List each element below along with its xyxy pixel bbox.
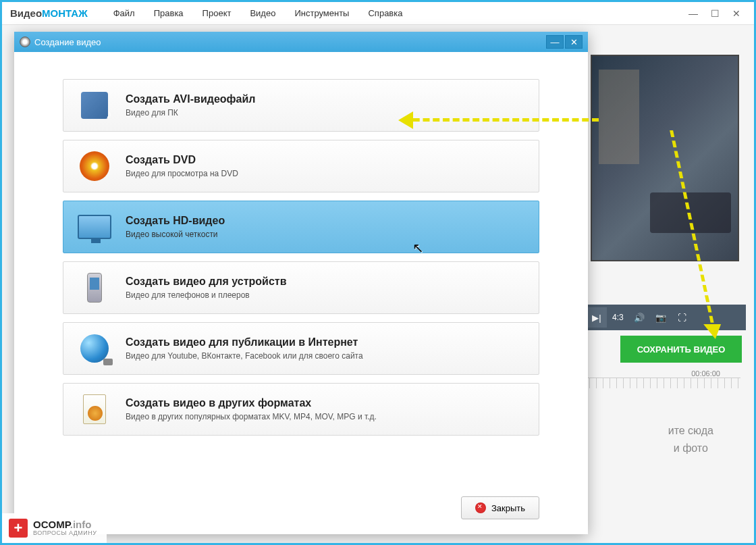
watermark-plus-icon: + (9, 519, 28, 538)
option-internet[interactable]: Создать видео для публикации в Интернет … (63, 322, 539, 375)
logo-part1: Видео (10, 7, 42, 19)
menu-tools[interactable]: Инструменты (285, 8, 358, 18)
create-video-dialog: Создание видео — ✕ Создать AVI-видеофайл… (14, 32, 588, 534)
menu-help[interactable]: Справка (358, 8, 412, 18)
menubar: ВидеоМОНТАЖ Файл Правка Проект Видео Инс… (2, 2, 754, 25)
close-icon (475, 502, 486, 513)
option-devices[interactable]: Создать видео для устройств Видео для те… (63, 261, 539, 314)
maximize-button[interactable]: ☐ (705, 7, 724, 20)
option-title: Создать AVI-видеофайл (126, 93, 255, 105)
dialog-body: Создать AVI-видеофайл Видео для ПК Созда… (14, 52, 588, 486)
option-avi[interactable]: Создать AVI-видеофайл Видео для ПК (63, 79, 539, 132)
menu-file[interactable]: Файл (104, 8, 144, 18)
option-desc: Видео для ПК (126, 108, 255, 118)
option-title: Создать DVD (126, 154, 238, 166)
window-controls: — ☐ ✕ (684, 7, 746, 20)
cursor-icon: ↖ (412, 240, 424, 256)
dialog-title: Создание видео (34, 37, 101, 47)
drop-hint-line: и фото (668, 440, 713, 457)
avi-icon (76, 89, 113, 122)
option-title: Создать видео для публикации в Интернет (126, 336, 363, 348)
menu-video[interactable]: Видео (240, 8, 285, 18)
phone-icon (76, 271, 113, 304)
drop-hint-line: ите сюда (668, 422, 713, 440)
time-label: 00:06:00 (691, 369, 720, 378)
monitor-icon (76, 211, 113, 243)
logo-part2: МОНТАЖ (42, 7, 88, 19)
close-window-button[interactable]: ✕ (727, 7, 746, 20)
watermark: + OCOMP.info ВОПРОСЫ АДМИНУ (2, 513, 107, 543)
option-desc: Видео высокой четкости (126, 230, 225, 239)
dialog-titlebar[interactable]: Создание видео — ✕ (14, 32, 588, 52)
option-hd[interactable]: Создать HD-видео Видео высокой четкости (63, 201, 539, 253)
watermark-main: OCOMP.info (33, 519, 97, 531)
option-other[interactable]: Создать видео в других форматах Видео в … (63, 383, 539, 436)
option-desc: Видео для Youtube, ВКонтакте, Facebook и… (126, 351, 363, 361)
close-label: Закрыть (491, 503, 525, 513)
option-desc: Видео для просмотра на DVD (126, 169, 238, 178)
aspect-ratio-label[interactable]: 4:3 (612, 313, 624, 322)
option-desc: Видео для телефонов и плееров (126, 290, 286, 300)
option-title: Создать видео для устройств (126, 276, 286, 288)
menu-project[interactable]: Проект (193, 8, 241, 18)
option-desc: Видео в других популярных форматах MKV, … (126, 412, 377, 421)
dialog-close-button[interactable]: ✕ (565, 35, 583, 49)
next-frame-button[interactable]: ▶| (587, 307, 607, 328)
drop-hint: ите сюда и фото (668, 422, 713, 457)
close-button[interactable]: Закрыть (461, 496, 539, 519)
minimize-button[interactable]: — (684, 7, 703, 20)
dialog-controls: — ✕ (546, 35, 583, 49)
option-dvd[interactable]: Создать DVD Видео для просмотра на DVD (63, 140, 539, 192)
app-logo: ВидеоМОНТАЖ (10, 7, 88, 19)
globe-icon (76, 332, 113, 365)
dialog-minimize-button[interactable]: — (546, 35, 564, 49)
dvd-icon (76, 150, 113, 182)
annotation-arrow-horizontal (403, 118, 599, 122)
watermark-sub: ВОПРОСЫ АДМИНУ (33, 530, 97, 537)
main-window: ВидеоМОНТАЖ Файл Правка Проект Видео Инс… (2, 2, 754, 543)
option-title: Создать HD-видео (126, 215, 225, 227)
menu-edit[interactable]: Правка (144, 8, 193, 18)
file-icon (76, 393, 113, 425)
option-title: Создать видео в других форматах (126, 397, 377, 409)
dialog-icon (20, 36, 30, 47)
